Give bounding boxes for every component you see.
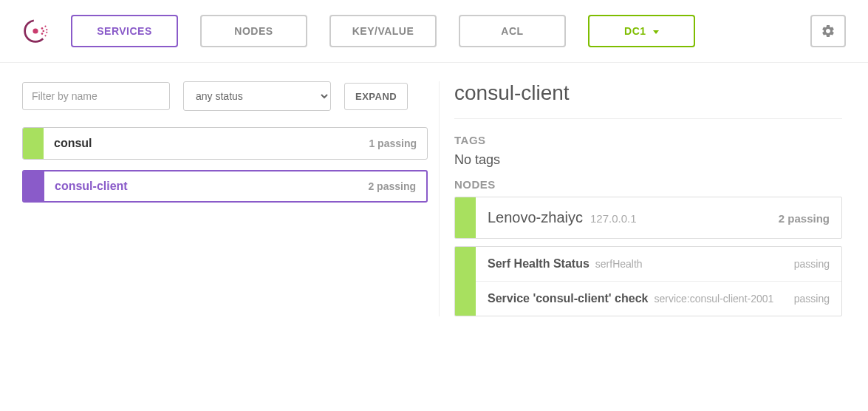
status-bar xyxy=(455,247,476,316)
filter-row: any status EXPAND xyxy=(22,81,428,111)
node-status: 2 passing xyxy=(779,212,830,225)
status-select[interactable]: any status xyxy=(183,81,331,111)
service-item-consul-client[interactable]: consul-client 2 passing xyxy=(22,170,428,203)
tab-keyvalue[interactable]: KEY/VALUE xyxy=(329,15,437,47)
tags-label: TAGS xyxy=(454,134,842,146)
tags-value: No tags xyxy=(454,152,842,168)
svg-point-4 xyxy=(41,33,44,35)
gear-icon xyxy=(821,24,835,38)
svg-point-6 xyxy=(46,29,47,30)
checks-content: Serf Health Status serfHealth passing Se… xyxy=(476,247,841,316)
check-status: passing xyxy=(794,258,830,270)
svg-point-5 xyxy=(44,26,46,27)
nav-tabs: SERVICES NODES KEY/VALUE ACL DC1 xyxy=(71,15,788,47)
status-bar xyxy=(455,197,476,238)
service-item-consul[interactable]: consul 1 passing xyxy=(22,127,428,160)
checks-card: Serf Health Status serfHealth passing Se… xyxy=(454,246,842,316)
node-card[interactable]: Lenovo-zhaiyc 127.0.0.1 2 passing xyxy=(454,197,842,239)
node-name: Lenovo-zhaiyc xyxy=(488,209,583,226)
header: SERVICES NODES KEY/VALUE ACL DC1 xyxy=(0,0,868,63)
check-row[interactable]: Serf Health Status serfHealth passing xyxy=(476,247,841,281)
filter-input[interactable] xyxy=(22,82,170,110)
main-content: any status EXPAND consul 1 passing consu… xyxy=(0,63,868,335)
svg-point-3 xyxy=(42,30,44,33)
check-status: passing xyxy=(794,293,830,305)
svg-point-1 xyxy=(33,28,38,33)
check-row[interactable]: Service 'consul-client' check service:co… xyxy=(476,281,841,316)
detail-title: consul-client xyxy=(454,81,842,119)
tab-acl[interactable]: ACL xyxy=(459,15,566,47)
expand-button[interactable]: EXPAND xyxy=(344,83,408,110)
service-status: 1 passing xyxy=(358,137,427,149)
service-list: consul 1 passing consul-client 2 passing xyxy=(22,127,428,203)
status-bar xyxy=(24,171,44,201)
datacenter-label: DC1 xyxy=(624,25,646,37)
service-status: 2 passing xyxy=(358,180,426,192)
node-address: 127.0.0.1 xyxy=(590,212,771,225)
svg-point-8 xyxy=(44,35,46,36)
nodes-label: NODES xyxy=(454,178,842,191)
check-title: Serf Health Status xyxy=(488,257,590,271)
check-title: Service 'consul-client' check xyxy=(488,292,648,305)
svg-point-2 xyxy=(41,27,44,30)
left-panel: any status EXPAND consul 1 passing consu… xyxy=(11,81,440,316)
node-content: Lenovo-zhaiyc 127.0.0.1 2 passing xyxy=(476,197,841,238)
chevron-down-icon xyxy=(653,30,659,34)
datacenter-selector[interactable]: DC1 xyxy=(588,15,695,47)
service-name: consul xyxy=(44,137,358,150)
svg-point-7 xyxy=(46,32,47,33)
consul-logo xyxy=(22,18,49,44)
tab-nodes[interactable]: NODES xyxy=(200,15,307,47)
status-bar xyxy=(23,128,44,159)
check-id: serfHealth xyxy=(595,258,788,270)
right-panel: consul-client TAGS No tags NODES Lenovo-… xyxy=(440,81,857,316)
tab-services[interactable]: SERVICES xyxy=(71,15,178,47)
service-name: consul-client xyxy=(44,180,358,193)
check-id: service:consul-client-2001 xyxy=(654,293,787,305)
settings-button[interactable] xyxy=(810,15,846,47)
